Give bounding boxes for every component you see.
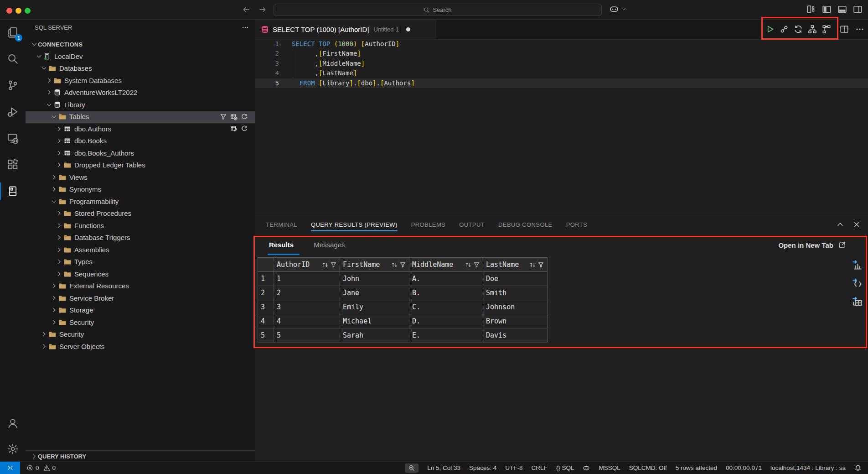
grid-cell[interactable]: Jane [340,286,409,300]
grid-cell[interactable]: Brown [483,314,548,328]
grid-cell[interactable]: Doe [483,272,548,286]
grid-cell[interactable]: Johnson [483,300,548,314]
tree-item-databases[interactable]: Databases [26,63,255,75]
grid-cell[interactable]: 3 [274,300,340,314]
status-item-language-mode[interactable]: {} SQL [556,464,574,471]
tree-item-dbo-books[interactable]: dbo.Books [26,135,255,147]
toggle-panel-icon[interactable] [837,5,847,14]
enable-actual-plan-icon[interactable] [822,25,831,34]
panel-tab-terminal[interactable]: TERMINAL [266,218,297,231]
filter-icon[interactable] [537,261,544,268]
panel-tab-debug-console[interactable]: DEBUG CONSOLE [498,218,553,231]
remote-indicator[interactable] [0,462,20,474]
status-item-rows-affected[interactable]: 5 rows affected [676,464,717,471]
status-item-indentation[interactable]: Spaces: 4 [469,464,496,471]
grid-cell[interactable]: 1 [274,272,340,286]
more-actions-icon[interactable] [855,25,864,34]
code-line-1[interactable]: 1SELECT TOP (1000) [AuthorID] [255,39,868,49]
grid-column-header-firstname[interactable]: FirstName [340,258,409,272]
grid-cell[interactable]: Smith [483,286,548,300]
tree-item-server-objects[interactable]: Server Objects [26,340,255,353]
filter-icon[interactable] [220,113,227,120]
copilot-menu[interactable] [609,4,626,14]
grid-cell[interactable]: A. [409,272,483,286]
filter-icon[interactable] [330,261,337,268]
status-item-encoding[interactable]: UTF-8 [505,464,522,471]
activity-item-accounts[interactable] [0,411,26,436]
tree-item-security[interactable]: Security [26,316,255,328]
grid-column-header-lastname[interactable]: LastName [483,258,548,272]
sidebar-more-actions-icon[interactable] [242,24,249,31]
grid-plus-icon[interactable] [230,113,238,120]
toggle-secondary-sidebar-icon[interactable] [853,5,863,14]
grid-cell[interactable]: John [340,272,409,286]
status-item-connection-status[interactable]: localhost,1434 : Library : sa [770,464,846,471]
activity-item-source-control[interactable] [0,72,26,99]
query-history-section-header[interactable]: QUERY HISTORY [26,450,255,462]
sort-icon[interactable] [465,261,472,268]
sort-icon[interactable] [529,261,536,268]
sort-icon[interactable] [391,261,398,268]
tree-item-dbo-books-authors[interactable]: dbo.Books_Authors [26,147,255,159]
status-item-sqlcmd-mode[interactable]: SQLCMD: Off [629,464,667,471]
tree-item-assemblies[interactable]: Assemblies [26,244,255,256]
grid-cell[interactable]: Emily [340,300,409,314]
panel-tab-output[interactable]: OUTPUT [459,218,485,231]
problems-status[interactable]: 0 0 [26,464,57,471]
grid-cell[interactable]: C. [409,300,483,314]
grid-edit-icon[interactable] [230,125,238,132]
activity-item-explorer[interactable]: 1 [0,19,26,46]
save-as-csv-icon[interactable] [852,259,863,271]
grid-cell[interactable]: 4 [274,314,340,328]
status-item-eol[interactable]: CRLF [531,464,547,471]
estimated-plan-icon[interactable] [808,25,817,34]
grid-column-header-middlename[interactable]: MiddleName [409,258,483,272]
tree-item-synonyms[interactable]: Synonyms [26,183,255,196]
close-panel-icon[interactable] [852,220,861,229]
tree-item-tables[interactable]: Tables [26,111,255,123]
split-editor-icon[interactable] [840,25,849,34]
filter-icon[interactable] [399,261,406,268]
run-query-icon[interactable] [765,25,775,34]
tree-item-database-triggers[interactable]: Database Triggers [26,232,255,244]
status-item-copilot-status[interactable] [583,464,590,472]
code-line-2[interactable]: 2 ,[FirstName] [255,49,868,58]
save-as-excel-icon[interactable] [852,296,863,307]
status-item-notifications[interactable] [854,464,862,472]
open-in-new-tab-button[interactable]: Open in New Tab [778,241,846,249]
activity-item-search[interactable] [0,46,26,72]
tree-item-programmability[interactable]: Programmability [26,195,255,208]
refresh-icon[interactable] [241,125,248,132]
activity-item-remote-explorer[interactable] [0,125,26,151]
row-number-cell[interactable]: 4 [258,314,274,328]
forward-arrow-icon[interactable] [258,5,267,14]
grid-cell[interactable]: B. [409,286,483,300]
tree-item-sequences[interactable]: Sequences [26,268,255,280]
tree-item-service-broker[interactable]: Service Broker [26,292,255,304]
row-number-cell[interactable]: 5 [258,328,274,343]
zoom-window-button[interactable] [25,8,31,14]
tree-item-security[interactable]: Security [26,328,255,341]
panel-tab-query-results-preview[interactable]: QUERY RESULTS (PREVIEW) [311,218,398,231]
refresh-icon[interactable] [241,113,248,120]
tree-item-stored-procedures[interactable]: Stored Procedures [26,208,255,220]
tree-item-system-databases[interactable]: System Databases [26,74,255,87]
results-tab-results[interactable]: Results [269,241,294,249]
code-line-4[interactable]: 4 ,[LastName] [255,68,868,78]
tree-item-dbo-authors[interactable]: dbo.Authors [26,123,255,135]
grid-column-header-authorid[interactable]: AuthorID [274,258,340,272]
status-item-query-time[interactable]: 00:00:00.071 [726,464,762,471]
grid-cell[interactable]: E. [409,328,483,343]
toggle-primary-sidebar-icon[interactable] [822,5,832,14]
tree-item-storage[interactable]: Storage [26,304,255,317]
grid-cell[interactable]: Davis [483,328,548,343]
grid-cell[interactable]: 2 [274,286,340,300]
activity-item-settings[interactable] [0,436,26,462]
activity-item-sql-server[interactable] [0,178,26,204]
connections-section-header[interactable]: CONNECTIONS [26,39,255,49]
tree-item-types[interactable]: Types [26,256,255,268]
disconnect-icon[interactable] [780,25,789,34]
results-tab-messages[interactable]: Messages [314,241,345,249]
tree-item-views[interactable]: Views [26,171,255,183]
filter-icon[interactable] [473,261,480,268]
